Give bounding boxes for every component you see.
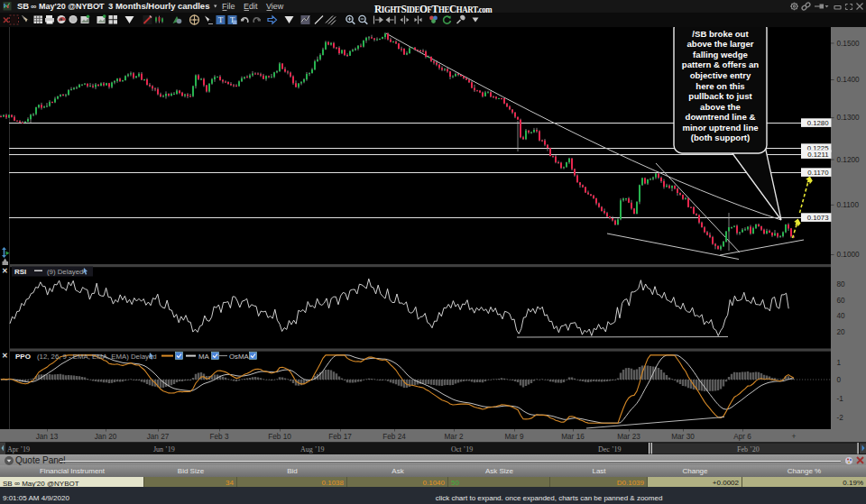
svg-text:May'20 @NYBOT: May'20 @NYBOT xyxy=(39,2,105,11)
svg-text:Apr ’19: Apr ’19 xyxy=(7,445,30,454)
svg-text:Feb 3: Feb 3 xyxy=(210,433,229,441)
svg-text:1: 1 xyxy=(837,359,842,367)
svg-text:OsMA: OsMA xyxy=(229,353,249,361)
svg-text:above the: above the xyxy=(700,102,741,112)
svg-text:/SB broke out: /SB broke out xyxy=(692,29,749,39)
svg-text:0.1500: 0.1500 xyxy=(837,40,860,48)
svg-text:pattern & offers an: pattern & offers an xyxy=(682,60,759,69)
svg-text:Feb 24: Feb 24 xyxy=(382,433,406,441)
svg-text:Dec ’19: Dec ’19 xyxy=(598,445,622,454)
svg-text:60: 60 xyxy=(837,297,846,305)
svg-text:0.1170: 0.1170 xyxy=(807,169,829,177)
svg-text:✕: ✕ xyxy=(2,267,8,275)
svg-text:20: 20 xyxy=(837,328,846,336)
svg-text:Edit: Edit xyxy=(244,2,258,11)
svg-text:Mar 2: Mar 2 xyxy=(445,433,464,441)
svg-text:(12, 26, 9 - EMA, EMA, EMA) De: (12, 26, 9 - EMA, EMA, EMA) Delayed xyxy=(37,353,157,361)
svg-text:+: + xyxy=(792,432,797,441)
svg-text:0.1280: 0.1280 xyxy=(807,119,830,127)
svg-text:0.1073: 0.1073 xyxy=(807,214,829,222)
svg-text:Jan 20: Jan 20 xyxy=(95,433,117,441)
svg-text:0.1200: 0.1200 xyxy=(837,156,860,164)
svg-text:40: 40 xyxy=(837,312,846,320)
svg-text:MA: MA xyxy=(198,353,209,361)
svg-text:Mar 23: Mar 23 xyxy=(617,433,640,441)
svg-text:0: 0 xyxy=(837,376,842,384)
svg-text:3 Months/Hourly candles: 3 Months/Hourly candles xyxy=(108,1,209,11)
svg-text:-2: -2 xyxy=(837,414,844,422)
svg-text:SB: SB xyxy=(17,1,29,11)
svg-text:Jun ’19: Jun ’19 xyxy=(153,445,175,454)
svg-text:Oct ’19: Oct ’19 xyxy=(451,445,473,454)
svg-text:-1: -1 xyxy=(837,395,844,403)
svg-text:80: 80 xyxy=(837,280,846,289)
svg-text:above the larger: above the larger xyxy=(686,39,753,49)
svg-text:downtrend line &: downtrend line & xyxy=(686,112,756,122)
svg-text:Feb 17: Feb 17 xyxy=(328,433,352,441)
svg-text:Apr 6: Apr 6 xyxy=(733,433,751,441)
svg-text:0.1000: 0.1000 xyxy=(837,251,860,259)
svg-text:0.1400: 0.1400 xyxy=(837,76,860,84)
svg-text:0.1100: 0.1100 xyxy=(837,201,860,209)
svg-text:File: File xyxy=(222,2,235,11)
svg-text:Aug ’19: Aug ’19 xyxy=(300,445,324,454)
svg-text:here on this: here on this xyxy=(696,81,744,91)
svg-text:0.1300: 0.1300 xyxy=(837,114,860,122)
svg-text:Jan 13: Jan 13 xyxy=(36,433,59,441)
svg-text:Feb ’20: Feb ’20 xyxy=(737,445,760,454)
svg-text:✕: ✕ xyxy=(2,352,8,360)
svg-text:PPO: PPO xyxy=(15,353,31,361)
svg-text:Feb 10: Feb 10 xyxy=(268,433,291,441)
svg-text:minor uptrend line: minor uptrend line xyxy=(682,123,758,133)
svg-text:Mar 9: Mar 9 xyxy=(505,433,524,441)
svg-text:Mar 30: Mar 30 xyxy=(671,433,695,441)
svg-text:∞: ∞ xyxy=(31,2,37,11)
svg-text:objective entry: objective entry xyxy=(690,70,751,80)
svg-text:View: View xyxy=(266,2,284,11)
svg-text:Mar 16: Mar 16 xyxy=(561,433,585,441)
svg-text:Jan 27: Jan 27 xyxy=(147,433,170,441)
svg-text:falling wedge: falling wedge xyxy=(693,50,748,60)
svg-text:(both support): (both support) xyxy=(691,133,751,142)
svg-text:T: T xyxy=(218,15,224,24)
svg-text:0.1211: 0.1211 xyxy=(807,151,828,159)
svg-text:(9) Delayed: (9) Delayed xyxy=(47,268,83,276)
svg-text:pullback to just: pullback to just xyxy=(688,91,752,101)
svg-text:RSI: RSI xyxy=(14,268,26,276)
